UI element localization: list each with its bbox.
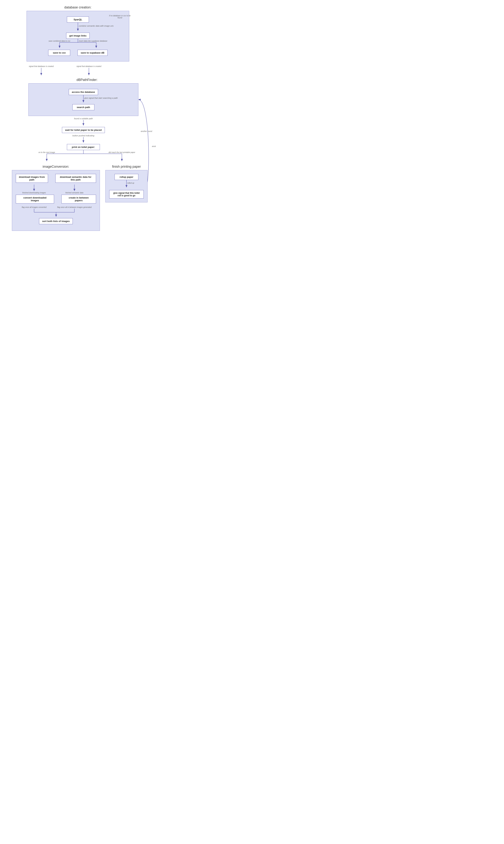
rollup-node: rollup paper [114,174,138,180]
save-csv-node: save to csv [48,50,70,56]
finishprinting-title: finish printing paper [112,165,141,169]
flag-all-between-label: flag once all in between images generate… [57,206,92,208]
combine-label: combine semantic data with image uris [79,25,114,27]
save-supabase-node: save to supabase dB [77,50,107,56]
dbpathfinder-section: access the database give signal that sta… [29,83,138,116]
wait-toilet-node: wait for toilet paper to be placed [62,127,105,133]
imageconversion-title: imageConversion: [42,165,69,169]
on-to-next-label: on to the next image [38,151,55,153]
print-toilet-node: print on toilet paper: [67,144,100,150]
download-semantic-node: download semantic data for this path [55,174,96,183]
page: another round database creation: SparQL … [0,5,156,231]
finishprinting-section: rollup paper rolled up give signal that … [105,170,147,202]
arrow-search-to-wait: found a suitable path [29,116,138,127]
give-signal-node: give signal that this toilet roll is goo… [109,190,144,199]
flag-all-converted-label: flag once all images converted [22,206,47,208]
insert-label: insert data into supabase database [79,40,107,42]
did-reach-last-label: did reach the last printable paper [108,151,135,153]
arrow-sparql-to-links: combine semantic data with image uris [50,22,105,33]
get-image-links-node: get image links [66,33,90,39]
db-creation-title: database creation: [64,5,91,9]
arrow-access-to-search: give signal that start searching a path [56,95,111,104]
imageconversion-section: download images from path download seman… [12,170,100,231]
found-path-label: found a suitable path [74,117,93,120]
sparql-node: SparQL [67,17,89,22]
imageconv-converge-arrows: flag once all images converted flag once… [16,205,96,218]
finished-downloading-label: finished downloading images [22,192,46,194]
fetched-semantic-label: fetched semantic data [66,192,84,194]
button-pushed-label: button pushed indicating [72,135,94,137]
convert-images-node: convert downloaded images [16,195,54,204]
save-combined-label: save combined data to csv [49,40,70,42]
db-creation-to-pathfinder-arrows: signal that database is created signal t… [26,63,129,78]
arrow-rollup-to-signal: rolled up [108,180,145,190]
search-path-node: search path [72,104,94,110]
create-between-node: create in between papers [61,195,96,204]
signal-left-label: signal that database is created [29,65,54,67]
another-round-label: another round [141,130,152,132]
if-no-db-label: if no database or csv to be found [109,15,131,19]
arrow-wait-to-print: button pushed indicating [29,133,138,144]
download-images-node: download images from path [16,174,48,183]
signal-right-label: signal that database is created [76,65,101,67]
imageconv-mid-arrows: finished downloading images fetched sema… [16,185,96,195]
access-db-node: access the database [69,89,98,95]
dbpathfinder-title: dBPathFinder: [76,78,97,82]
print-branch-arrows: on to the next image did reach the last … [19,150,147,165]
rolled-up-label: rolled up [127,182,134,184]
give-signal-search-label: give signal that start searching a path [84,97,118,99]
sort-lists-node: sort both lists of images [39,218,73,224]
arrow-links-to-branches: save combined data to csv insert data in… [45,39,111,50]
db-creation-section: SparQL combine semantic data with image … [26,11,129,62]
